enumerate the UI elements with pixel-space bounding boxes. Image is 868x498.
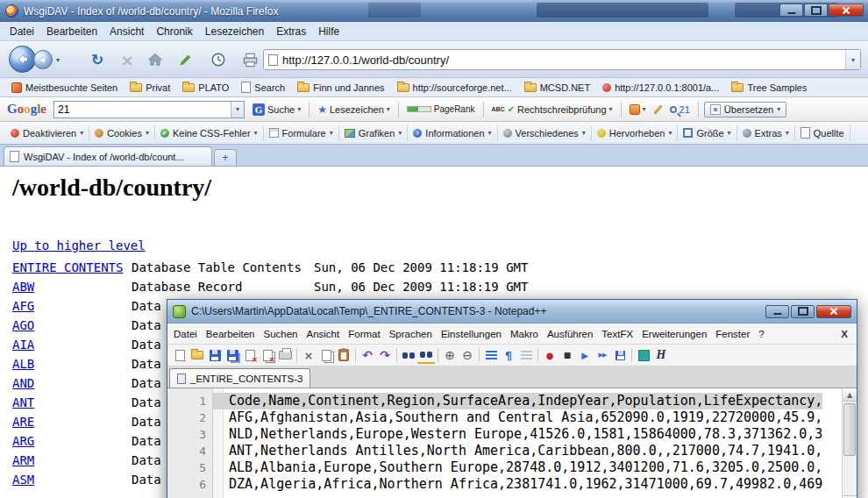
- entry-link[interactable]: ENTIRE CONTENTS: [12, 260, 132, 274]
- menu-format[interactable]: Format: [344, 326, 384, 342]
- editor-area[interactable]: 1Code,Name,Continent,Region,SurfaceArea,…: [167, 388, 857, 498]
- run-macro-multiple-icon[interactable]: ▶▶: [594, 347, 611, 364]
- bookmark-privat[interactable]: Privat: [124, 81, 176, 95]
- vertical-scrollbar[interactable]: ▲ ▼: [842, 388, 857, 498]
- open-file-icon[interactable]: [189, 347, 206, 364]
- close-file-icon[interactable]: ×: [241, 347, 259, 364]
- close-button[interactable]: [816, 305, 851, 318]
- menu-datei[interactable]: Datei: [4, 23, 40, 40]
- scrollbar-thumb[interactable]: [843, 403, 856, 456]
- show-all-characters-icon[interactable]: ¶: [500, 347, 517, 364]
- search-history-dropdown[interactable]: ▾: [231, 102, 244, 117]
- history-clock-button[interactable]: [207, 48, 230, 71]
- bookmark-search[interactable]: Search: [235, 80, 291, 95]
- function-list-icon[interactable]: [635, 347, 652, 364]
- tab-entire-contents[interactable]: _ENTIRE_CONTENTS-3: [169, 368, 310, 388]
- bookmark-most-visited[interactable]: Meistbesuchte Seiten: [5, 81, 124, 95]
- entry-link[interactable]: ANT: [12, 395, 132, 409]
- replace-icon[interactable]: [417, 347, 435, 364]
- new-file-icon[interactable]: [171, 347, 189, 364]
- firefox-titlebar[interactable]: WsgiDAV - Index of /world-db/country/ - …: [0, 0, 868, 22]
- print-icon[interactable]: [276, 347, 294, 364]
- entry-link[interactable]: ASM: [12, 473, 132, 487]
- back-button[interactable]: [9, 46, 36, 73]
- menu-bearbeiten[interactable]: Bearbeiten: [202, 326, 260, 342]
- menu-textfx[interactable]: TextFX: [597, 326, 637, 342]
- new-tab-button[interactable]: +: [214, 149, 237, 166]
- copy-icon[interactable]: [317, 347, 335, 364]
- google-search-input[interactable]: [54, 103, 231, 116]
- url-input[interactable]: [278, 53, 845, 67]
- webdev-cookies[interactable]: Cookies▾: [89, 125, 155, 141]
- save-icon[interactable]: [206, 347, 224, 364]
- menu-suchen[interactable]: Suchen: [259, 326, 302, 342]
- entry-link[interactable]: AGO: [12, 318, 132, 332]
- menu-bearbeiten[interactable]: Bearbeiten: [40, 23, 103, 40]
- menu-hilfe[interactable]: Hilfe: [312, 23, 345, 40]
- menu-lesezeichen[interactable]: Lesezeichen: [199, 23, 270, 40]
- entry-link[interactable]: ARE: [12, 415, 132, 429]
- autofill-button[interactable]: ▾: [627, 103, 649, 117]
- menu-chronik[interactable]: Chronik: [150, 23, 198, 40]
- bookmark-plato[interactable]: PLATO: [176, 81, 235, 95]
- menu-ansicht[interactable]: Ansicht: [302, 326, 345, 342]
- maximize-button[interactable]: [804, 4, 828, 17]
- word-wrap-icon[interactable]: [482, 347, 500, 364]
- stop-record-icon[interactable]: ■: [559, 347, 576, 364]
- menu-datei[interactable]: Datei: [169, 326, 202, 342]
- menu-erweiterungen[interactable]: Erweiterungen: [637, 326, 711, 342]
- up-to-higher-level-link[interactable]: Up to higher level: [12, 238, 146, 253]
- tab-wsgidav[interactable]: WsgiDAV - Index of /world-db/count...: [4, 146, 212, 166]
- zoom-out-icon[interactable]: ⊖: [459, 347, 476, 364]
- notepadpp-titlebar[interactable]: C:\Users\Martin\AppData\Local\Temp\_ENTI…: [167, 300, 857, 324]
- webdev-formulare[interactable]: Formulare▾: [264, 125, 339, 141]
- menu-makro[interactable]: Makro: [506, 326, 543, 342]
- webdev-informationen[interactable]: iInformationen▾: [408, 125, 497, 141]
- zoom-in-icon[interactable]: ⊕: [441, 347, 459, 364]
- translate-button[interactable]: aÜbersetzen▾: [704, 102, 786, 117]
- entry-link[interactable]: ALB: [12, 357, 132, 371]
- menu-einstellungen[interactable]: Einstellungen: [437, 326, 506, 342]
- entry-link[interactable]: AFG: [12, 299, 132, 313]
- close-document-button[interactable]: X: [841, 329, 848, 339]
- url-dropdown-button[interactable]: ▾: [845, 50, 860, 69]
- find-icon[interactable]: [400, 347, 417, 364]
- paste-icon[interactable]: [335, 347, 352, 364]
- reload-button[interactable]: ↻: [86, 48, 109, 71]
- redo-icon[interactable]: ↷: [376, 347, 394, 364]
- forward-button[interactable]: [33, 50, 53, 69]
- menu-extras[interactable]: Extras: [270, 23, 312, 40]
- entry-link[interactable]: AIA: [12, 338, 132, 352]
- bookmark-finn-und-jannes[interactable]: Finn und Jannes: [291, 81, 390, 95]
- webdev-css[interactable]: ✔Keine CSS-Fehler▾: [155, 125, 264, 141]
- close-all-icon[interactable]: ×: [259, 347, 276, 364]
- spellcheck-button[interactable]: ABC✔Rechtschreibprüfung▾: [489, 103, 615, 117]
- entry-link[interactable]: ARG: [12, 434, 132, 448]
- menu-help[interactable]: ?: [754, 326, 768, 342]
- menu-ansicht[interactable]: Ansicht: [103, 23, 150, 40]
- close-button[interactable]: [829, 4, 864, 17]
- textfx-icon[interactable]: H: [652, 347, 670, 364]
- bookmark-tree-samples[interactable]: Tree Samples: [725, 81, 813, 95]
- webdev-verschiedenes[interactable]: Verschiedenes▾: [498, 125, 592, 141]
- cut-icon[interactable]: ×: [300, 347, 317, 364]
- google-bookmarks-button[interactable]: ★Lesezeichen▾: [315, 102, 393, 117]
- menu-fenster[interactable]: Fenster: [711, 326, 754, 342]
- entry-link[interactable]: AND: [12, 376, 132, 390]
- home-button[interactable]: [144, 48, 167, 71]
- undo-icon[interactable]: ↶: [359, 347, 376, 364]
- menu-ausfuehren[interactable]: Ausführen: [543, 326, 597, 342]
- bookmark-mcsd[interactable]: MCSD.NET: [518, 81, 596, 95]
- stop-button[interactable]: ×: [116, 48, 139, 71]
- bookmark-localhost-8001[interactable]: http://127.0.0.1:8001/a...: [596, 81, 725, 95]
- edit-page-button[interactable]: [174, 48, 196, 71]
- pagerank-widget[interactable]: PageRank: [404, 103, 478, 116]
- webdev-grafiken[interactable]: Grafiken▾: [339, 125, 409, 141]
- save-all-icon[interactable]: [224, 347, 241, 364]
- record-macro-icon[interactable]: ●: [541, 347, 559, 364]
- webdev-groesse[interactable]: Größe▾: [678, 125, 736, 141]
- minimize-button[interactable]: [779, 4, 803, 17]
- entry-link[interactable]: ARM: [12, 453, 132, 467]
- menu-sprachen[interactable]: Sprachen: [385, 326, 437, 342]
- google-search-button[interactable]: GSuche▾: [250, 102, 303, 117]
